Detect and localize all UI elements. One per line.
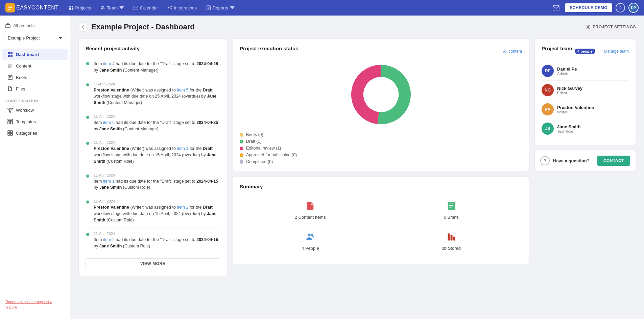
execution-card-title: Project execution status — [240, 46, 298, 51]
settings-icon — [586, 25, 591, 29]
sidebar-item-content[interactable]: Content — [2, 60, 68, 72]
activity-card: Recent project activity Item item 4 had … — [78, 38, 227, 276]
storage-label: 0b Stored — [442, 246, 461, 251]
layout: All projects Example Project Dashboard C… — [0, 16, 644, 319]
content-items-icon — [306, 201, 315, 213]
svg-rect-26 — [10, 133, 13, 135]
logo[interactable]: EASYCONTENT — [5, 3, 59, 12]
sidebar-item-briefs[interactable]: Briefs — [2, 72, 68, 83]
project-selector[interactable]: Example Project — [4, 33, 66, 43]
svg-point-4 — [102, 6, 103, 7]
legend-item: Approved for publishing (0) — [240, 153, 522, 157]
page-header: Example Project - Dashboard PROJECT SETT… — [78, 22, 636, 32]
nav-team[interactable]: Team — [97, 4, 127, 12]
activity-item-link[interactable]: item 4 — [103, 61, 115, 66]
legend-dot — [240, 133, 243, 137]
workflow-icon — [7, 107, 13, 113]
member-role: Test Role — [557, 129, 580, 133]
all-content-link[interactable]: All content — [503, 49, 522, 54]
report-issue-link[interactable]: Report an issue or request a feature — [5, 300, 52, 309]
right-col: Project execution status All content — [233, 38, 529, 276]
view-more-button[interactable]: VIEW MORE — [86, 258, 220, 269]
briefs-icon — [7, 75, 13, 80]
summary-grid: 2 Content Items 0 Briefs 4 — [240, 195, 522, 257]
activity-item: 11-Apr, 2024 Item item 5 had its due dat… — [86, 110, 220, 137]
legend: Briefs (0) Draft (1) Editorial review (1… — [240, 132, 522, 164]
legend-item: Completed (0) — [240, 159, 522, 164]
all-projects-link[interactable]: All projects — [0, 21, 70, 30]
member-role: Admin — [557, 72, 577, 76]
files-icon — [7, 86, 13, 91]
nav-integrations[interactable]: Integrations — [164, 4, 200, 12]
member-role: Editor — [557, 91, 582, 95]
main-content: Example Project - Dashboard PROJECT SETT… — [70, 16, 644, 319]
svg-point-9 — [171, 8, 172, 10]
activity-item-link[interactable]: item 2 — [177, 205, 188, 210]
project-settings-button[interactable]: PROJECT SETTINGS — [586, 25, 636, 29]
member-name: Preston Valentine — [557, 105, 594, 110]
member-role: Writer — [557, 110, 594, 114]
svg-rect-20 — [8, 119, 13, 121]
activity-item-link[interactable]: item 1 — [177, 146, 188, 151]
summary-cell-people: 4 People — [240, 226, 381, 257]
sidebar-item-templates[interactable]: Templates — [2, 116, 68, 127]
activity-item-link[interactable]: item 1 — [103, 179, 115, 184]
svg-point-31 — [363, 77, 399, 112]
topnav: EASYCONTENT Projects Team Calendar Integ… — [0, 0, 644, 16]
help-icon[interactable]: ? — [616, 3, 625, 12]
contact-button[interactable]: CONTACT — [597, 156, 630, 166]
activity-item: 11-Apr, 2024 Preston Valentine (Writer) … — [86, 78, 220, 110]
member-name: Daniel Pe — [557, 67, 577, 72]
sidebar-item-workflow[interactable]: Workflow — [2, 104, 68, 116]
nav-reports[interactable]: Reports — [203, 4, 238, 12]
svg-rect-11 — [553, 5, 559, 10]
summary-cell-storage: 0b Stored — [381, 226, 522, 257]
content-items-label: 2 Content Items — [295, 215, 326, 220]
sidebar-item-files[interactable]: Files — [2, 83, 68, 95]
svg-point-19 — [9, 111, 11, 112]
sidebar-item-categories[interactable]: Categories — [2, 127, 68, 139]
activity-item-link[interactable]: item 5 — [177, 88, 188, 92]
svg-point-33 — [308, 234, 310, 236]
logo-icon — [5, 3, 15, 12]
summary-cell-briefs: 0 Briefs — [381, 195, 522, 226]
back-button[interactable] — [78, 22, 88, 32]
team-card-title: Project team — [542, 46, 572, 51]
nav-projects[interactable]: Projects — [66, 4, 95, 12]
top-row: Recent project activity Item item 4 had … — [78, 38, 636, 276]
activity-item-link[interactable]: item 2 — [103, 237, 115, 242]
svg-rect-22 — [10, 121, 13, 124]
activity-card-title: Recent project activity — [86, 46, 220, 51]
dashboard-icon — [7, 52, 13, 57]
activity-item: 11-Apr, 2024 Item item 1 had its due dat… — [86, 169, 220, 195]
legend-dot — [240, 160, 243, 164]
donut-chart — [240, 61, 522, 128]
svg-rect-23 — [8, 131, 10, 133]
legend-dot — [240, 147, 243, 150]
svg-point-8 — [171, 6, 172, 7]
summary-cell-content: 2 Content Items — [240, 195, 381, 226]
svg-rect-13 — [8, 52, 10, 54]
manage-team-link[interactable]: Manage team — [604, 49, 629, 54]
briefs-summary-icon — [447, 201, 456, 213]
page-title: Example Project - Dashboard — [91, 23, 195, 31]
svg-rect-1 — [71, 6, 73, 7]
user-avatar[interactable]: DP — [628, 3, 639, 13]
svg-rect-16 — [10, 55, 13, 57]
contact-question: Have a question? — [553, 158, 590, 163]
sidebar-item-dashboard[interactable]: Dashboard — [2, 49, 68, 60]
activity-item: 11-Apr, 2024 Item item 2 had its due dat… — [86, 228, 220, 254]
activity-item: Item item 4 had its due date for the "Dr… — [86, 57, 220, 78]
templates-icon — [7, 119, 13, 124]
summary-card-title: Summary — [240, 184, 522, 189]
config-section-label: CONFIGURATION — [0, 95, 70, 104]
svg-rect-15 — [8, 55, 10, 57]
mail-icon[interactable] — [551, 2, 562, 13]
nav-calendar[interactable]: Calendar — [130, 4, 161, 12]
legend-dot — [240, 140, 243, 143]
member-avatar: PV — [542, 103, 554, 115]
activity-item-link[interactable]: item 5 — [103, 120, 115, 125]
schedule-demo-button[interactable]: SCHEDULE DEMO — [565, 3, 612, 12]
team-member: PV Preston Valentine Writer — [542, 100, 629, 119]
svg-rect-6 — [134, 6, 138, 10]
